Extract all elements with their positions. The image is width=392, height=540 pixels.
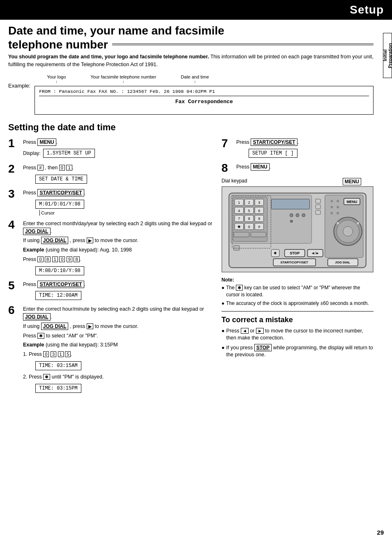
cursor-label: Cursor <box>41 210 55 215</box>
step-5-display: TIME: 12:00AM <box>35 291 81 300</box>
start-copy-set-5: START/COPY/SET <box>37 281 84 288</box>
jog-dial-4a: JOG DIAL <box>23 228 51 235</box>
side-tab: Initial Preparation <box>383 33 392 78</box>
right-column: 7 Press START/COPY/SET. SETUP ITEM [ ] 8 <box>221 138 374 398</box>
arrow-right-4: ▶ <box>87 238 93 243</box>
device-diagram-wrapper: Dial keypad MENU 1 2 3 <box>221 178 374 274</box>
svg-text:START/COPY/SET: START/COPY/SET <box>281 261 308 265</box>
main-content: Date and time, your name and facsimile t… <box>0 24 392 406</box>
svg-text:✱: ✱ <box>274 251 277 255</box>
correct-title: To correct a mistake <box>221 316 374 324</box>
note-item-1: ● The ✱ key can be used to select "AM" o… <box>221 284 374 298</box>
left-column: 1 Press MENU. Display: 1.SYSTEM SET UP 2 <box>8 138 213 398</box>
svg-text:4: 4 <box>238 209 240 213</box>
page-header: Setup <box>0 0 392 20</box>
correct-item-1: ● Press ◄ or ► to move the cursor to the… <box>221 328 374 342</box>
key-1-6: 1 <box>58 351 64 357</box>
step-6-display-1: TIME: 03:15AM <box>35 361 81 370</box>
step-6: 6 Enter the correct hour/minute by selec… <box>8 305 213 394</box>
fax-machine-diagram: 1 2 3 4 5 6 7 8 <box>221 186 374 272</box>
menu-label-diagram: MENU <box>343 178 361 185</box>
svg-point-38 <box>330 200 333 203</box>
svg-point-50 <box>357 222 359 225</box>
key-5-6: 5 <box>65 351 71 357</box>
start-copy-set-7: START/COPY/SET <box>251 138 297 146</box>
svg-text:#: # <box>258 225 260 229</box>
svg-text:3: 3 <box>258 201 260 205</box>
star-key-note: ✱ <box>236 285 243 291</box>
key-9-4: 9 <box>67 256 72 262</box>
arrow-right-6: ▶ <box>87 323 93 329</box>
svg-point-43 <box>337 212 339 215</box>
step-1-content: Press MENU. Display: 1.SYSTEM SET UP <box>23 138 213 160</box>
stop-correct: STOP <box>254 344 272 351</box>
menu-button-8: MENU <box>251 163 269 171</box>
step-7-number: 7 <box>221 138 236 149</box>
svg-text:7: 7 <box>238 217 240 221</box>
note-title: Note: <box>221 277 374 283</box>
step-7-display: SETUP ITEM [ ] <box>249 149 297 158</box>
correct-item-2: ● If you press STOP while programming, t… <box>221 344 374 359</box>
svg-point-41 <box>337 206 339 209</box>
step-3-display: M:01/D:01/Y:98 <box>35 200 84 209</box>
step-4-display: M:08/D:10/Y:98 <box>35 266 84 275</box>
step-2-number: 2 <box>8 163 23 175</box>
step-2: 2 Press # , then 0 1. SET DATE & TIME <box>8 164 213 185</box>
key-8-4: 8 <box>45 256 51 262</box>
step-1-display: 1.SYSTEM SET UP <box>43 149 95 158</box>
step-3-number: 3 <box>8 188 23 200</box>
example-box: FROM : Panasonic Fax FAX NO. : 1234567 F… <box>35 86 374 115</box>
svg-text:JOG DIAL: JOG DIAL <box>335 261 350 265</box>
menu-button-1: MENU <box>37 138 56 146</box>
step-1-display-row: Display: 1.SYSTEM SET UP <box>23 148 213 159</box>
key-hash: # <box>37 165 43 171</box>
svg-text:1: 1 <box>238 201 240 205</box>
intro-text: You should program the date and time, yo… <box>8 53 374 69</box>
svg-text:8: 8 <box>248 217 250 221</box>
example-content: Fax Correspondence <box>39 99 369 105</box>
note-section: Note: ● The ✱ key can be used to select … <box>221 277 374 307</box>
step-4-content: Enter the correct month/day/year by sele… <box>23 220 213 277</box>
step-8-content: Press MENU. <box>236 163 374 173</box>
svg-rect-61 <box>234 246 240 251</box>
svg-text:✱: ✱ <box>238 225 241 229</box>
svg-rect-28 <box>251 232 266 237</box>
key-1: 1 <box>66 165 72 171</box>
step-1: 1 Press MENU. Display: 1.SYSTEM SET UP <box>8 138 213 160</box>
step-7-content: Press START/COPY/SET. SETUP ITEM [ ] <box>236 138 374 159</box>
step-8: 8 Press MENU. <box>221 163 374 174</box>
svg-rect-29 <box>271 199 309 210</box>
fax-number-label: Your facsimile telephone number <box>90 74 156 79</box>
step-8-number: 8 <box>221 162 236 174</box>
example-section: Example: Your logo ↓ Your facsimile tele… <box>8 74 374 115</box>
dial-keypad-label: Dial keypad <box>221 178 247 185</box>
section-heading: Setting the date and time <box>8 122 374 133</box>
key-0-6: 0 <box>43 351 49 357</box>
step-6-display-2: TIME: 03:15PM <box>35 384 81 393</box>
arrow-right-correct: ► <box>256 328 264 334</box>
svg-rect-31 <box>316 205 321 209</box>
key-0b-4: 0 <box>59 256 65 262</box>
step-4: 4 Enter the correct month/day/year by se… <box>8 220 213 277</box>
step-4-number: 4 <box>8 219 23 231</box>
your-logo-label: Your logo <box>47 74 66 79</box>
jog-dial-4b: JOG DIAL <box>41 237 69 244</box>
jog-dial-6b: JOG DIAL <box>41 323 69 330</box>
svg-text:MENU: MENU <box>346 200 357 204</box>
star-key-6: ✱ <box>37 333 44 339</box>
step-2-content: Press # , then 0 1. SET DATE & TIME <box>23 164 213 185</box>
step-5-number: 5 <box>8 280 23 291</box>
step-3-content: Press START/COPY/SET. M:01/D:01/Y:98 Cur… <box>23 189 213 216</box>
step-6-content: Enter the correct hour/minute by selecti… <box>23 305 213 394</box>
svg-point-42 <box>330 212 333 215</box>
step-7: 7 Press START/COPY/SET. SETUP ITEM [ ] <box>221 138 374 159</box>
step-6-number: 6 <box>8 305 23 316</box>
note-item-2: ● The accuracy of the clock is approxima… <box>221 300 374 307</box>
svg-point-40 <box>330 206 333 209</box>
svg-point-48 <box>343 227 353 237</box>
star-key-6b: ✱ <box>43 374 50 380</box>
svg-text:◄/►: ◄/► <box>311 251 319 255</box>
page-number: 29 <box>377 529 384 536</box>
arrow-left-correct: ◄ <box>241 328 249 334</box>
svg-rect-32 <box>316 210 321 215</box>
